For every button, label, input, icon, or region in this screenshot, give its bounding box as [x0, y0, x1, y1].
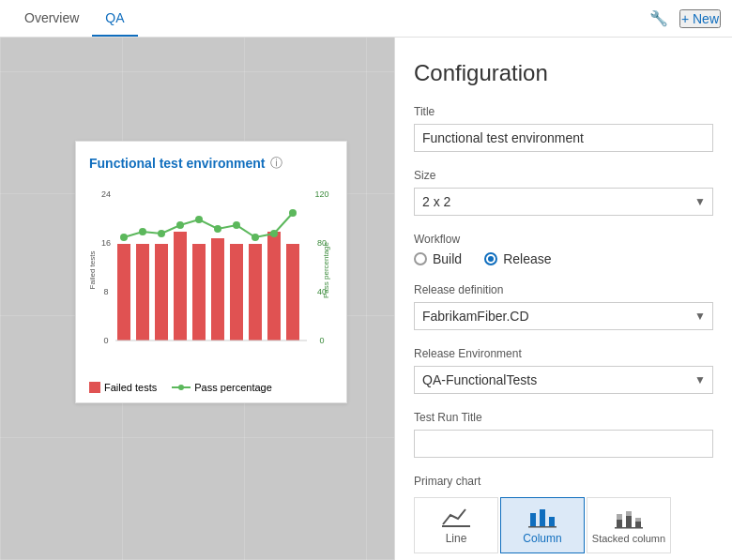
size-select-wrapper: 1 x 1 1 x 2 2 x 1 2 x 2 2 x 3 3 x 3 ▼	[414, 188, 713, 216]
chart-type-options: Line Column	[414, 497, 713, 553]
form-group-release-env: Release Environment QA-FunctionalTests ▼	[414, 347, 713, 394]
legend-pass-label: Pass percentage	[194, 382, 272, 393]
nav-tabs: Overview QA	[11, 0, 138, 37]
svg-rect-14	[528, 526, 557, 528]
bar-3	[155, 244, 168, 341]
widget-title-text: Functional test environment	[89, 156, 265, 171]
svg-text:Failed tests: Failed tests	[89, 251, 97, 290]
settings-icon[interactable]: 🔧	[649, 9, 668, 27]
legend-failed: Failed tests	[89, 382, 157, 393]
svg-rect-11	[530, 513, 536, 526]
release-def-wrapper: FabrikamFiber.CD ▼	[414, 302, 713, 330]
release-def-select[interactable]: FabrikamFiber.CD	[414, 302, 713, 330]
title-label: Title	[414, 105, 713, 118]
chart-legend: Failed tests Pass percentage	[89, 382, 333, 393]
test-run-label: Test Run Title	[414, 411, 713, 424]
svg-rect-18	[626, 511, 632, 516]
form-group-workflow: Workflow Build Release	[414, 233, 713, 266]
legend-pass-icon	[172, 386, 191, 388]
form-group-release-def: Release definition FabrikamFiber.CD ▼	[414, 283, 713, 330]
bar-7	[230, 244, 243, 341]
bar-6	[211, 238, 224, 341]
radio-release[interactable]: Release	[484, 251, 551, 266]
svg-rect-16	[617, 514, 622, 520]
svg-text:Pass percentage: Pass percentage	[322, 241, 330, 298]
size-label: Size	[414, 169, 713, 182]
test-run-input[interactable]	[414, 430, 713, 458]
chart-container: 24 16 8 0 120 80 40 0 Failed tests Pass …	[89, 181, 333, 378]
svg-text:16: 16	[101, 238, 111, 248]
tab-qa[interactable]: QA	[92, 0, 137, 37]
legend-failed-icon	[89, 382, 100, 393]
chart-type-stacked-label: Stacked column	[592, 533, 665, 544]
legend-pass: Pass percentage	[172, 382, 272, 393]
workflow-radio-group: Build Release	[414, 251, 713, 266]
nav-actions: 🔧 + New	[649, 9, 721, 28]
bar-9	[267, 232, 281, 341]
bar-10	[286, 244, 299, 341]
dot-4	[176, 221, 184, 229]
form-group-test-run: Test Run Title	[414, 411, 713, 458]
bar-2	[136, 244, 149, 341]
release-env-wrapper: QA-FunctionalTests ▼	[414, 366, 713, 394]
config-panel: Configuration Title Size 1 x 1 1 x 2 2 x…	[394, 38, 732, 560]
dot-5	[195, 216, 203, 223]
chart-svg: 24 16 8 0 120 80 40 0 Failed tests Pass …	[89, 181, 333, 378]
svg-rect-20	[635, 518, 641, 522]
new-button[interactable]: + New	[679, 9, 721, 28]
form-group-size: Size 1 x 1 1 x 2 2 x 1 2 x 2 2 x 3 3 x 3…	[414, 169, 713, 216]
svg-text:24: 24	[101, 189, 111, 199]
dot-9	[270, 230, 278, 237]
dot-2	[139, 228, 146, 235]
workflow-label: Workflow	[414, 233, 713, 246]
dot-10	[289, 209, 297, 217]
dashboard-area: Functional test environment ⓘ 24 16 8 0 …	[0, 38, 394, 560]
dot-7	[233, 221, 240, 229]
tab-overview[interactable]: Overview	[11, 0, 92, 37]
chart-type-line[interactable]: Line	[414, 497, 498, 553]
svg-rect-13	[549, 517, 555, 526]
size-select[interactable]: 1 x 1 1 x 2 2 x 1 2 x 2 2 x 3 3 x 3	[414, 188, 713, 216]
svg-text:8: 8	[103, 287, 108, 296]
top-nav: Overview QA 🔧 + New	[0, 0, 732, 38]
dot-6	[214, 225, 221, 233]
radio-build-circle	[414, 252, 427, 265]
radio-build[interactable]: Build	[414, 251, 462, 266]
radio-release-circle	[484, 252, 497, 265]
chart-type-column[interactable]: Column	[500, 497, 585, 553]
form-group-title: Title	[414, 105, 713, 152]
chart-type-stacked[interactable]: Stacked column	[587, 497, 671, 553]
svg-rect-12	[540, 509, 545, 526]
svg-rect-15	[617, 520, 622, 527]
svg-text:0: 0	[319, 336, 324, 345]
bar-5	[192, 244, 206, 341]
widget-card: Functional test environment ⓘ 24 16 8 0 …	[75, 141, 347, 403]
radio-release-label: Release	[503, 251, 551, 266]
chart-type-column-label: Column	[523, 532, 561, 545]
column-chart-icon	[527, 506, 557, 528]
main-layout: Functional test environment ⓘ 24 16 8 0 …	[0, 38, 732, 560]
widget-title: Functional test environment ⓘ	[89, 155, 333, 172]
release-env-select[interactable]: QA-FunctionalTests	[414, 366, 713, 394]
line-chart-icon	[441, 506, 471, 528]
svg-rect-17	[626, 516, 632, 527]
bar-4	[174, 232, 187, 341]
legend-failed-label: Failed tests	[104, 382, 157, 393]
bar-1	[117, 244, 130, 341]
info-icon[interactable]: ⓘ	[270, 155, 282, 172]
svg-text:120: 120	[314, 189, 328, 199]
dot-1	[120, 234, 128, 241]
radio-build-label: Build	[433, 251, 462, 266]
form-group-primary-chart: Primary chart Line Col	[414, 475, 713, 553]
svg-rect-21	[615, 527, 643, 529]
release-def-label: Release definition	[414, 283, 713, 296]
svg-text:0: 0	[103, 336, 108, 345]
stacked-chart-icon	[614, 507, 644, 529]
chart-type-line-label: Line	[446, 532, 467, 545]
dot-8	[252, 234, 259, 241]
primary-chart-label: Primary chart	[414, 475, 713, 488]
svg-rect-19	[635, 522, 641, 527]
title-input[interactable]	[414, 124, 713, 152]
config-title: Configuration	[414, 60, 713, 86]
bar-8	[249, 244, 262, 341]
